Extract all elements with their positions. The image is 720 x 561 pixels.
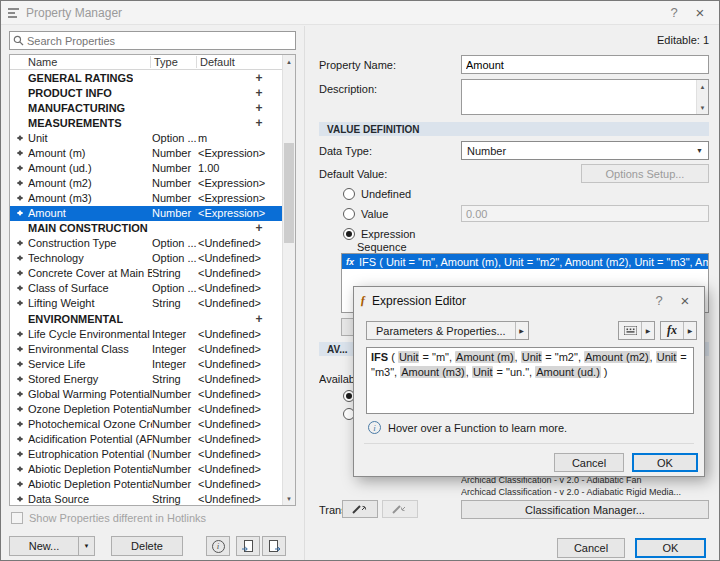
scrollbar-thumb[interactable] xyxy=(284,143,294,243)
property-row[interactable]: Data SourceString<Undefined> xyxy=(10,492,282,505)
property-row[interactable]: Stored EnergyString<Undefined> xyxy=(10,371,282,386)
hotlinks-checkbox[interactable] xyxy=(11,512,23,524)
operators-button[interactable]: ▶ xyxy=(618,321,655,340)
classification-manager-button[interactable]: Classification Manager... xyxy=(461,500,709,519)
scroll-down-icon[interactable]: ▼ xyxy=(697,101,708,114)
property-row[interactable]: Environmental ClassInteger<Undefined> xyxy=(10,341,282,356)
reorder-handle-icon[interactable] xyxy=(12,192,28,204)
category-row[interactable]: MANUFACTURING+ xyxy=(10,100,282,115)
cancel-button[interactable]: Cancel xyxy=(557,538,625,558)
export-properties-button[interactable] xyxy=(262,536,286,556)
scroll-down-icon[interactable]: ▼ xyxy=(283,492,295,505)
reorder-handle-icon[interactable] xyxy=(12,237,28,249)
reorder-handle-icon[interactable] xyxy=(12,493,28,505)
property-row[interactable]: Abiotic Depletion Potential (f...Number<… xyxy=(10,462,282,477)
expression-radio-label[interactable]: Expression xyxy=(361,228,415,240)
sequence-item[interactable]: fx IFS ( Unit = "m", Amount (m), Unit = … xyxy=(342,254,708,269)
transfer-pickup-button[interactable] xyxy=(342,500,378,518)
reorder-handle-icon[interactable] xyxy=(12,403,28,415)
reorder-handle-icon[interactable] xyxy=(12,433,28,445)
ok-button[interactable]: OK xyxy=(632,453,698,472)
property-row[interactable]: Construction TypeOption ...<Undefined> xyxy=(10,236,282,251)
scroll-up-icon[interactable]: ▲ xyxy=(697,80,708,93)
add-property-icon[interactable]: + xyxy=(254,86,264,100)
functions-button[interactable]: fx ▶ xyxy=(660,321,697,340)
reorder-handle-icon[interactable] xyxy=(12,478,28,490)
property-name-input[interactable] xyxy=(466,56,704,73)
data-type-dropdown[interactable]: Number ▼ xyxy=(461,141,709,160)
help-button[interactable]: ? xyxy=(661,2,687,24)
reorder-handle-icon[interactable] xyxy=(12,418,28,430)
add-property-icon[interactable]: + xyxy=(254,221,264,235)
reorder-handle-icon[interactable] xyxy=(12,177,28,189)
options-setup-button[interactable]: Options Setup... xyxy=(581,164,709,183)
property-row[interactable]: UnitOption ...m xyxy=(10,130,282,145)
reorder-handle-icon[interactable] xyxy=(12,448,28,460)
property-row[interactable]: Service LifeInteger<Undefined> xyxy=(10,356,282,371)
new-dropdown-button[interactable]: ▼ xyxy=(78,536,95,556)
column-header-default[interactable]: Default xyxy=(200,56,235,68)
reorder-handle-icon[interactable] xyxy=(12,207,28,219)
add-property-icon[interactable]: + xyxy=(254,312,264,326)
property-row[interactable]: Eutrophication Potential (EP)Number<Unde… xyxy=(10,447,282,462)
description-scrollbar[interactable]: ▲ ▼ xyxy=(696,80,708,114)
reorder-handle-icon[interactable] xyxy=(12,328,28,340)
property-row[interactable]: Concrete Cover at Main BarsString<Undefi… xyxy=(10,266,282,281)
undefined-radio-label[interactable]: Undefined xyxy=(361,188,411,200)
property-row[interactable]: Ozone Depletion Potential (...Number<Und… xyxy=(10,401,282,416)
category-row[interactable]: MAIN CONSTRUCTION+ xyxy=(10,221,282,236)
category-row[interactable]: GENERAL RATINGS+ xyxy=(10,70,282,85)
property-row[interactable]: Lifting WeightString<Undefined> xyxy=(10,296,282,311)
expression-text[interactable]: IFS ( Unit = "m", Amount (m), Unit = "m2… xyxy=(366,347,694,414)
property-row[interactable]: Class of SurfaceOption ...<Undefined> xyxy=(10,281,282,296)
new-button[interactable]: New... xyxy=(9,536,79,556)
value-input[interactable]: 0.00 xyxy=(461,205,709,222)
close-button[interactable]: × xyxy=(672,290,698,312)
reorder-handle-icon[interactable] xyxy=(12,282,28,294)
category-row[interactable]: PRODUCT INFO+ xyxy=(10,85,282,100)
table-scrollbar[interactable]: ▲ ▼ xyxy=(282,55,295,505)
property-row[interactable]: Global Warming Potential (G...Number<Und… xyxy=(10,386,282,401)
reorder-handle-icon[interactable] xyxy=(12,297,28,309)
property-row[interactable]: TechnologyOption ...<Undefined> xyxy=(10,251,282,266)
reorder-handle-icon[interactable] xyxy=(12,252,28,264)
category-row[interactable]: MEASUREMENTS+ xyxy=(10,115,282,130)
reorder-handle-icon[interactable] xyxy=(12,162,28,174)
property-row[interactable]: Amount (m)Number<Expression> xyxy=(10,145,282,160)
import-properties-button[interactable] xyxy=(236,536,260,556)
value-radio-label[interactable]: Value xyxy=(361,208,388,220)
undefined-radio[interactable] xyxy=(343,188,355,200)
property-row[interactable]: Acidification Potential (AP)Number<Undef… xyxy=(10,432,282,447)
search-input[interactable] xyxy=(27,32,291,49)
add-property-icon[interactable]: + xyxy=(254,71,264,85)
reorder-handle-icon[interactable] xyxy=(12,343,28,355)
description-field[interactable]: ▲ ▼ xyxy=(461,79,709,115)
parameters-properties-button[interactable]: Parameters & Properties... ▶ xyxy=(366,321,529,340)
reorder-handle-icon[interactable] xyxy=(12,132,28,144)
transfer-inject-button[interactable] xyxy=(382,500,418,518)
add-property-icon[interactable]: + xyxy=(254,116,264,130)
add-property-icon[interactable]: + xyxy=(254,101,264,115)
property-row[interactable]: Life Cycle EnvironmentalInteger<Undefine… xyxy=(10,326,282,341)
reorder-handle-icon[interactable] xyxy=(12,373,28,385)
expression-radio[interactable] xyxy=(343,228,355,240)
property-row[interactable]: Photochemical Ozone Creati...Number<Unde… xyxy=(10,416,282,431)
column-header-type[interactable]: Type xyxy=(154,56,178,68)
reorder-handle-icon[interactable] xyxy=(12,267,28,279)
close-button[interactable]: × xyxy=(687,2,713,24)
ok-button[interactable]: OK xyxy=(635,538,706,558)
property-row[interactable]: Abiotic Depletion Potential (f...Number<… xyxy=(10,477,282,492)
value-radio[interactable] xyxy=(343,208,355,220)
scroll-up-icon[interactable]: ▲ xyxy=(283,55,295,68)
reorder-handle-icon[interactable] xyxy=(12,147,28,159)
category-row[interactable]: ENVIRONMENTAL+ xyxy=(10,311,282,326)
property-row[interactable]: AmountNumber<Expression> xyxy=(10,206,282,221)
property-row[interactable]: Amount (m2)Number<Expression> xyxy=(10,175,282,190)
column-header-name[interactable]: Name xyxy=(28,56,57,68)
reorder-handle-icon[interactable] xyxy=(12,463,28,475)
reorder-handle-icon[interactable] xyxy=(12,388,28,400)
value-definition-header[interactable]: VALUE DEFINITION xyxy=(319,122,709,136)
delete-button[interactable]: Delete xyxy=(111,536,183,556)
reorder-handle-icon[interactable] xyxy=(12,358,28,370)
info-button[interactable]: i xyxy=(206,536,230,556)
